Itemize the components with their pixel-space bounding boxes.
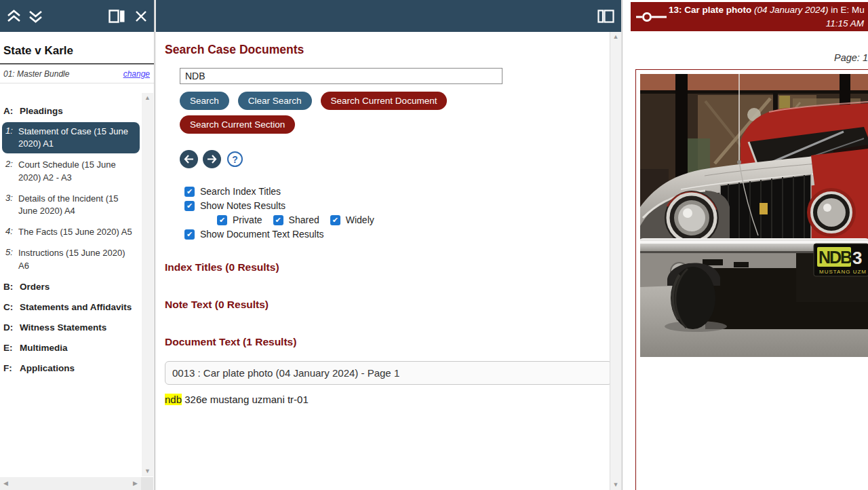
scrollbar-corner bbox=[141, 477, 153, 490]
scroll-down-icon[interactable]: ▼ bbox=[613, 482, 619, 488]
viewer-timestamp: 11:15 AM bbox=[669, 17, 864, 31]
index-panel: State v Karle 01: Master Bundle change A… bbox=[0, 0, 155, 490]
item-label: Details of the Incident (15 June 2020) A… bbox=[18, 193, 135, 217]
section-letter: A: bbox=[3, 106, 20, 116]
plate-digit: 3 bbox=[852, 248, 862, 268]
change-bundle-link[interactable]: change bbox=[123, 69, 150, 79]
index-section-pleadings[interactable]: A:Pleadings bbox=[2, 102, 140, 120]
scroll-up-icon[interactable]: ▲ bbox=[613, 34, 619, 40]
index-vertical-scrollbar[interactable]: ▲ ▼ bbox=[142, 93, 153, 476]
close-icon[interactable] bbox=[134, 10, 148, 23]
bundle-label: 01: Master Bundle bbox=[3, 69, 69, 79]
item-number: 5: bbox=[3, 247, 18, 271]
show-notes-results-label: Show Notes Results bbox=[200, 200, 285, 211]
page-slider-icon[interactable] bbox=[636, 10, 669, 24]
index-document-item[interactable]: 4:The Facts (15 June 2020) A5 bbox=[2, 223, 140, 242]
section-title: Pleadings bbox=[20, 106, 63, 116]
document-number-title: 13: Car plate photo bbox=[669, 5, 751, 15]
index-section-applications[interactable]: F:Applications bbox=[2, 359, 140, 377]
page-number-label: Page: 1 bbox=[834, 52, 868, 63]
scroll-down-icon[interactable]: ▼ bbox=[144, 468, 151, 474]
bundle-row: 01: Master Bundle change bbox=[0, 64, 154, 83]
expand-all-icon[interactable] bbox=[28, 9, 43, 24]
index-panel-header bbox=[0, 0, 154, 32]
item-label: Instructions (15 June 2020) A6 bbox=[18, 247, 135, 271]
next-result-button[interactable] bbox=[203, 150, 221, 168]
help-icon[interactable]: ? bbox=[227, 151, 243, 167]
shared-checkbox[interactable]: ✔ bbox=[273, 215, 283, 225]
document-viewer-panel: 13: Car plate photo (04 January 2024) in… bbox=[622, 0, 868, 490]
index-document-item[interactable]: 2:Court Schedule (15 June 2020) A2 - A3 bbox=[2, 155, 140, 187]
item-number: 1: bbox=[3, 126, 18, 150]
document-result-item[interactable]: 0013 : Car plate photo (04 January 2024)… bbox=[165, 361, 612, 385]
shared-label: Shared bbox=[289, 214, 319, 225]
scroll-left-icon[interactable]: ◀ bbox=[3, 480, 8, 487]
case-index-tree: A:Pleadings1:Statement of Case (15 June … bbox=[0, 93, 141, 476]
viewer-header: 13: Car plate photo (04 January 2024) in… bbox=[631, 2, 868, 31]
document-text-heading: Document Text (1 Results) bbox=[165, 336, 594, 348]
search-panel: Search Case Documents Search Clear Searc… bbox=[156, 0, 621, 490]
item-label: Statement of Case (15 June 2020) A1 bbox=[18, 126, 135, 150]
section-letter: C: bbox=[3, 302, 20, 312]
search-content: Search Case Documents Search Clear Searc… bbox=[156, 32, 621, 405]
split-view-icon[interactable] bbox=[597, 10, 614, 23]
search-button[interactable]: Search bbox=[180, 92, 229, 110]
viewer-title-line: 13: Car plate photo (04 January 2024) in… bbox=[669, 3, 864, 17]
note-text-heading: Note Text (0 Results) bbox=[165, 299, 594, 311]
section-title: Orders bbox=[20, 282, 50, 292]
index-titles-heading: Index Titles (0 Results) bbox=[165, 261, 594, 274]
case-title: State v Karle bbox=[0, 32, 154, 64]
search-input[interactable] bbox=[180, 68, 502, 84]
item-number: 2: bbox=[3, 159, 18, 183]
scroll-right-icon[interactable]: ▶ bbox=[133, 480, 138, 487]
index-horizontal-scrollbar[interactable]: ◀ ▶ bbox=[0, 477, 141, 490]
index-section-witness-statements[interactable]: D:Witness Statements bbox=[2, 318, 140, 337]
index-document-item[interactable]: 1:Statement of Case (15 June 2020) A1 bbox=[2, 122, 140, 153]
item-number: 3: bbox=[3, 193, 18, 217]
index-section-multimedia[interactable]: E:Multimedia bbox=[2, 339, 140, 357]
collapse-all-icon[interactable] bbox=[6, 9, 22, 24]
search-vertical-scrollbar[interactable]: ▲ ▼ bbox=[610, 32, 621, 490]
item-label: The Facts (15 June 2020) A5 bbox=[18, 226, 135, 238]
snippet-rest: 326e mustang uzmani tr-01 bbox=[182, 394, 309, 405]
section-letter: E: bbox=[3, 343, 20, 353]
plate-letters: NDB bbox=[818, 248, 852, 267]
search-current-section-button[interactable]: Search Current Section bbox=[180, 115, 295, 134]
clear-search-button[interactable]: Clear Search bbox=[238, 92, 312, 110]
index-document-item[interactable]: 3:Details of the Incident (15 June 2020)… bbox=[2, 189, 140, 221]
item-number: 4: bbox=[3, 226, 18, 238]
scroll-up-icon[interactable]: ▲ bbox=[144, 95, 151, 101]
section-letter: D: bbox=[3, 322, 20, 333]
viewer-title: 13: Car plate photo (04 January 2024) in… bbox=[669, 3, 865, 30]
plate-subtext: MUSTANG UZM bbox=[819, 269, 867, 275]
private-checkbox[interactable]: ✔ bbox=[217, 215, 227, 225]
car-plate-photo: NDB 3 MUSTANG UZM bbox=[640, 74, 868, 357]
search-panel-header bbox=[156, 0, 621, 32]
index-section-orders[interactable]: B:Orders bbox=[2, 278, 140, 296]
private-label: Private bbox=[233, 214, 262, 225]
section-title: Multimedia bbox=[20, 343, 68, 353]
index-document-item[interactable]: 5:Instructions (15 June 2020) A6 bbox=[2, 244, 140, 275]
snippet-highlight: ndb bbox=[165, 394, 182, 405]
section-title: Witness Statements bbox=[20, 322, 106, 333]
search-index-titles-label: Search Index Titles bbox=[200, 186, 281, 197]
index-section-statements-and-affidavits[interactable]: C:Statements and Affidavits bbox=[2, 298, 140, 316]
search-options: ✔ Search Index Titles ✔ Show Notes Resul… bbox=[165, 186, 594, 240]
result-snippet: ndb 326e mustang uzmani tr-01 bbox=[165, 394, 594, 405]
search-index-titles-checkbox[interactable]: ✔ bbox=[184, 187, 195, 197]
show-notes-results-checkbox[interactable]: ✔ bbox=[184, 201, 195, 211]
widely-checkbox[interactable]: ✔ bbox=[330, 215, 340, 225]
section-letter: F: bbox=[3, 363, 20, 373]
previous-result-button[interactable] bbox=[180, 150, 198, 168]
app-window: State v Karle 01: Master Bundle change A… bbox=[0, 0, 868, 490]
section-letter: B: bbox=[3, 282, 20, 292]
document-section: in E: Mu bbox=[829, 5, 865, 15]
show-document-text-checkbox[interactable]: ✔ bbox=[184, 229, 195, 240]
search-current-document-button[interactable]: Search Current Document bbox=[321, 92, 448, 110]
section-title: Statements and Affidavits bbox=[20, 302, 132, 312]
split-view-icon[interactable] bbox=[108, 10, 125, 23]
document-page[interactable]: NDB 3 MUSTANG UZM bbox=[635, 69, 868, 490]
item-label: Court Schedule (15 June 2020) A2 - A3 bbox=[18, 159, 135, 183]
widely-label: Widely bbox=[346, 214, 374, 225]
section-title: Applications bbox=[20, 363, 75, 373]
